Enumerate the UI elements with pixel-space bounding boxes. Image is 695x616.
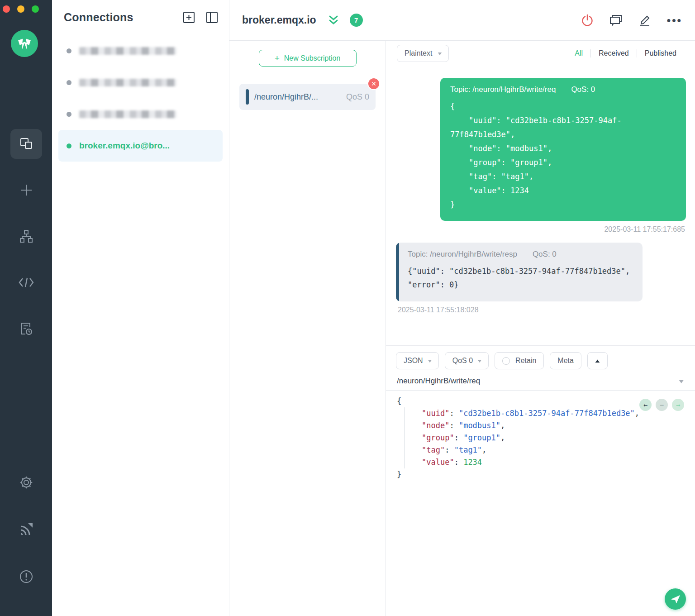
connections-list: broker.emqx.io@bro... [52,29,229,162]
nav-settings[interactable] [10,468,42,497]
unread-count-badge[interactable]: 7 [350,14,363,27]
retain-toggle[interactable]: Retain [495,352,544,369]
history-forward-button[interactable]: → [672,399,684,411]
payload-type-select[interactable]: JSON ▾ [396,352,439,369]
plus-icon [19,183,33,197]
nav-about[interactable] [10,562,42,592]
message-payload: {"uuid": "cd32be1b-c8b1-3257-94af-77f847… [408,264,633,291]
main-area: broker.emqx.io 7 [229,0,695,616]
masked-connection-name [79,79,176,86]
published-message-bubble[interactable]: Topic: /neuron/HgihrB/write/reqQoS: 0{ "… [440,78,686,221]
payload-editor[interactable]: ← − → {"uuid": "cd32be1b-c8b1-3257-94af-… [386,391,695,616]
editor-line: "tag": "tag1", [404,444,695,456]
connections-panel-title: Connections [64,11,133,24]
subscription-item[interactable]: /neuron/HgihrB/... QoS 0 ✕ [239,84,376,110]
publish-section: JSON ▾ QoS 0 ▾ Retain Meta [386,345,695,616]
publish-topic-input[interactable]: /neuron/HgihrB/write/req [397,377,680,386]
unsubscribe-close-icon[interactable]: ✕ [367,77,380,90]
plus-icon: + [275,53,280,63]
chevron-down-icon[interactable]: ▾ [679,377,684,385]
message-filter-bar: Plaintext ▾ All Received Published [386,41,695,66]
nav-new-connection[interactable] [10,175,42,205]
connection-item-masked[interactable] [58,98,223,130]
connection-status-dot [67,80,71,85]
more-options-icon[interactable]: ••• [667,14,682,27]
message-topic-line: Topic: /neuron/HgihrB/write/reqQoS: 0 [450,85,676,94]
payload-format-select[interactable]: Plaintext ▾ [397,45,449,62]
rail-bottom-group [0,468,52,616]
connection-item-masked[interactable] [58,67,223,98]
connection-item-selected[interactable]: broker.emqx.io@bro... [58,130,223,162]
message-timestamp: 2025-03-11 17:55:17:685 [387,225,685,234]
message-tabs: All Received Published [567,49,684,57]
connection-status-dot-connected [67,143,71,148]
triangle-up-icon: ▲ [594,358,601,363]
minimize-window-button[interactable] [17,5,24,13]
history-clear-button[interactable]: − [656,399,668,411]
window-controls [3,5,39,13]
mqttx-logo [11,30,38,57]
collapse-editor-button[interactable]: ▲ [587,352,608,369]
masked-connection-name [79,47,176,55]
editor-line: } [397,468,695,481]
subscription-color-bar [246,89,249,105]
history-navigation: ← − → [639,399,684,411]
tab-received[interactable]: Received [590,49,637,57]
message-list: Topic: /neuron/HgihrB/write/reqQoS: 0{ "… [386,66,695,345]
history-back-button[interactable]: ← [639,399,652,411]
nav-topic-tree[interactable] [10,221,42,251]
subscription-qos: QoS 0 [346,92,369,102]
connections-icon [19,137,33,151]
send-button[interactable] [665,588,686,610]
publish-toolbar: JSON ▾ QoS 0 ▾ Retain Meta [386,346,695,374]
messages-chat-icon[interactable] [609,14,623,27]
nav-connections[interactable] [10,129,42,159]
editor-line: "group": "group1", [404,432,695,444]
log-with-clock-icon [19,321,33,336]
editor-line: "node": "modbus1", [404,420,695,432]
new-subscription-button[interactable]: + New Subscription [259,50,357,67]
info-icon [19,569,33,584]
subscriptions-column: + New Subscription /neuron/HgihrB/... Qo… [229,41,386,616]
edit-pencil-icon[interactable] [638,14,652,27]
broadcast-rss-icon [19,523,33,536]
code-icon [19,277,34,288]
nav-script[interactable] [10,267,42,297]
message-payload: { "uuid": "cd32be1b-c8b1-3257-94af-77f84… [450,100,676,212]
subscription-topic: /neuron/HgihrB/... [254,92,346,102]
connection-status-dot [67,48,71,53]
maximize-window-button[interactable] [32,5,39,13]
message-timestamp: 2025-03-11 17:55:18:028 [398,306,642,314]
expand-all-icon[interactable] [328,14,339,26]
chevron-down-icon: ▾ [438,50,442,57]
nav-log[interactable] [10,314,42,344]
masked-connection-name [79,110,176,118]
tab-all[interactable]: All [567,49,590,57]
connections-panel: Connections [52,0,229,616]
publish-topic-row: /neuron/HgihrB/write/req ▾ [386,374,695,391]
connection-status-dot [67,112,71,117]
received-message-bubble[interactable]: Topic: /neuron/HgihrB/write/respQoS: 0{"… [396,243,643,301]
tab-published[interactable]: Published [637,49,684,57]
topic-tree-icon [19,229,33,244]
left-icon-rail [0,0,52,616]
message-topic-line: Topic: /neuron/HgihrB/write/respQoS: 0 [408,250,633,259]
connection-header: broker.emqx.io 7 [229,0,695,41]
meta-button[interactable]: Meta [550,352,581,369]
connection-name: broker.emqx.io@bro... [79,141,170,151]
chevron-down-icon: ▾ [428,358,431,364]
messages-column: Plaintext ▾ All Received Published Topic… [386,41,695,616]
chevron-down-icon: ▾ [478,358,481,364]
add-connection-icon[interactable] [183,11,195,24]
close-window-button[interactable] [3,5,10,13]
disconnect-power-icon[interactable] [581,14,594,27]
retain-radio-icon [502,357,510,365]
message-color-bar [396,243,399,301]
connection-title: broker.emqx.io [242,14,316,26]
connection-item-masked[interactable] [58,35,223,67]
qos-select[interactable]: QoS 0 ▾ [445,352,489,369]
editor-line: "value": 1234 [404,456,695,468]
nav-updates[interactable] [10,515,42,544]
rail-navigation [0,129,52,360]
collapse-panel-icon[interactable] [206,11,218,24]
